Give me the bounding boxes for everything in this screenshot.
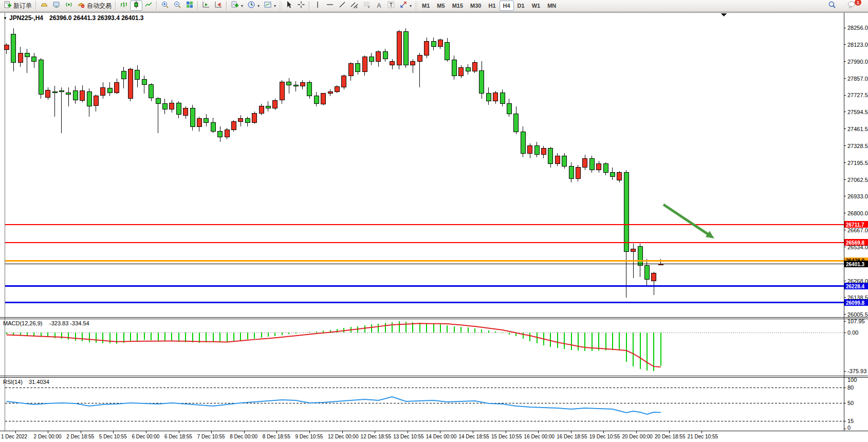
text-label-tool-button[interactable] (385, 1, 397, 11)
candlestick-icon (132, 1, 140, 11)
chevron-down-icon: ▾ (410, 4, 412, 8)
timeframe-h1-button[interactable]: H1 (485, 1, 499, 11)
zoom-out-button[interactable] (171, 1, 183, 11)
crosshair-tool-button[interactable] (295, 1, 307, 11)
zoom-in-button[interactable] (159, 1, 171, 11)
search-button[interactable] (826, 1, 838, 11)
macd-tick-label: -375.93 (847, 368, 866, 374)
chevron-down-icon: ▾ (257, 4, 260, 8)
deposit-button[interactable] (38, 1, 50, 11)
macd-tick-label: 107.95 (847, 318, 865, 324)
price-tick-label: 27990.0 (847, 59, 868, 65)
template-icon (264, 1, 272, 11)
periods-button[interactable]: ▾ (245, 1, 262, 11)
new-order-label: 新订单 (13, 2, 32, 10)
new-order-button[interactable]: 新订单 (2, 1, 34, 11)
chart-title-symbol: JPN225-,H4 (9, 14, 43, 22)
zoom-out-icon (173, 1, 181, 11)
time-tick-label: 5 Dec 10:55 (99, 434, 127, 439)
auto-scroll-button[interactable] (212, 1, 225, 11)
computer-icon (52, 1, 61, 11)
candlestick-mode-button[interactable] (130, 1, 142, 11)
chevron-down-icon: ▾ (274, 4, 276, 8)
zoom-in-icon (161, 1, 169, 11)
fibonacci-tool-button[interactable]: F (361, 1, 373, 11)
arrows-tool-button[interactable]: ▾ (397, 1, 414, 11)
toolbar-separator (309, 1, 310, 10)
timeframe-m5-button[interactable]: M5 (433, 1, 448, 11)
line-chart-mode-button[interactable] (142, 1, 155, 11)
rsi-tick-label: 50 (847, 400, 854, 406)
time-tick-label: 16 Dec 00:00 (524, 434, 555, 439)
price-tick-label: 26138.5 (847, 294, 868, 301)
signals-button[interactable] (63, 1, 75, 11)
timeframe-mn-button[interactable]: MN (544, 1, 560, 11)
chart-plot-area[interactable] (5, 13, 844, 317)
svg-text:E: E (356, 6, 358, 9)
price-tick-label: 27328.5 (847, 143, 868, 149)
svg-text:F: F (368, 6, 370, 9)
time-tick-label: 12 Dec 00:00 (328, 434, 359, 439)
time-tick-label: 21 Dec 10:55 (688, 434, 718, 439)
rsi-line (7, 397, 661, 414)
chart-shift-button[interactable] (200, 1, 212, 11)
price-tick-label: 27857.0 (847, 76, 868, 82)
equidistant-channel-icon: E (350, 1, 359, 11)
price-tick-label: 27461.5 (847, 126, 868, 132)
rsi-tick-label: 15 (847, 418, 854, 424)
auto-trading-button[interactable]: 自动交易 (75, 1, 114, 11)
terminal-button[interactable] (50, 1, 63, 11)
price-tick-label: 27195.5 (847, 160, 868, 166)
toolbar-separator (226, 1, 227, 10)
trendline-icon (338, 1, 346, 11)
channel-tool-button[interactable]: E (348, 1, 361, 11)
chat-button[interactable]: 1 (845, 1, 859, 11)
gold-ingot-icon (40, 1, 48, 11)
price-tick-label: 27594.5 (847, 109, 868, 115)
crosshair-icon (297, 1, 305, 11)
price-tick-label: 26005.5 (847, 311, 868, 318)
text-label-icon (387, 1, 395, 11)
toolbar-grip[interactable] (279, 1, 282, 10)
price-tick-label: 26667.0 (847, 227, 868, 233)
toolbar-separator (197, 1, 198, 10)
trendline-tool-button[interactable] (336, 1, 348, 11)
toolbar-grip[interactable] (415, 1, 417, 10)
cursor-tool-button[interactable] (283, 1, 295, 11)
rsi-tick-label: 0 (847, 425, 851, 431)
chart-shift-icon (202, 1, 210, 11)
symbol-dropdown-icon[interactable]: ▼ (3, 16, 7, 21)
templates-button[interactable]: ▾ (262, 1, 278, 11)
auto-trading-label: 自动交易 (87, 2, 112, 10)
vertical-line-tool-button[interactable] (311, 1, 324, 11)
price-level-chip-label: 26228.4 (846, 284, 865, 289)
text-tool-button[interactable]: A (373, 1, 385, 11)
rsi-tick-label: 80 (847, 384, 854, 391)
tile-windows-button[interactable] (183, 1, 196, 11)
chart-title-ohlc: 26396.0 26441.3 26393.4 26401.3 (49, 14, 144, 22)
time-tick-label: 15 Dec 10:55 (491, 434, 522, 439)
clock-icon (247, 1, 255, 11)
bar-chart-mode-button[interactable] (118, 1, 130, 11)
macd-values: -323.83 -334.54 (49, 320, 89, 326)
timeframe-m30-button[interactable]: M30 (467, 1, 485, 11)
macd-label: MACD(12,26,9) (3, 320, 42, 326)
timeframe-h4-button[interactable]: H4 (500, 1, 514, 11)
fibonacci-icon: F (363, 1, 371, 11)
price-level-chip-label: 26401.3 (846, 262, 865, 267)
bar-chart-icon (120, 1, 128, 11)
timeframe-d1-button[interactable]: D1 (514, 1, 528, 11)
horizontal-line-icon (326, 1, 334, 11)
text-tool-icon: A (377, 2, 381, 9)
timeframe-m1-button[interactable]: M1 (418, 1, 433, 11)
horizontal-line-tool-button[interactable] (324, 1, 336, 11)
tile-windows-icon (186, 1, 194, 11)
vertical-line-icon (313, 1, 322, 11)
cursor-icon (285, 1, 293, 11)
add-indicator-button[interactable]: ▾ (229, 1, 245, 11)
timeframe-m15-button[interactable]: M15 (449, 1, 467, 11)
price-tick-label: 28123.0 (847, 42, 868, 48)
timeframe-w1-button[interactable]: W1 (528, 1, 544, 11)
toolbar-separator (35, 1, 36, 10)
auto-trading-icon (77, 1, 85, 11)
